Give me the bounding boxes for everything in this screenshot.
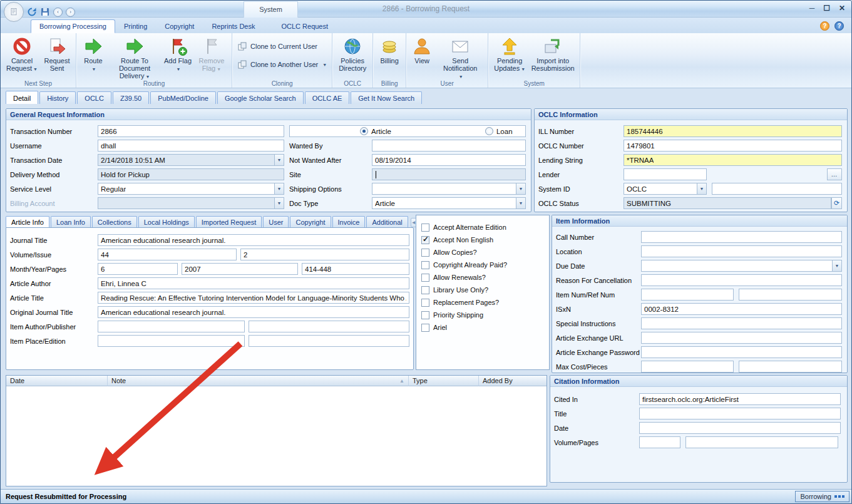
cancel-request-button[interactable]: Cancel Request▼ bbox=[3, 35, 41, 75]
checkbox-accept-non-english[interactable] bbox=[421, 236, 429, 244]
request-sent-button[interactable]: Request Sent bbox=[41, 35, 73, 73]
ribbon-tab-printing[interactable]: Printing bbox=[115, 19, 156, 33]
issue-field[interactable]: 2 bbox=[240, 249, 409, 260]
tab-loan-info[interactable]: Loan Info bbox=[51, 216, 91, 227]
pieces-field[interactable] bbox=[739, 361, 842, 373]
chevron-down-icon[interactable]: ▼ bbox=[516, 183, 525, 194]
minimize-button[interactable]: ─ bbox=[809, 4, 815, 13]
citation-title-field[interactable] bbox=[639, 408, 841, 419]
call-number-field[interactable] bbox=[641, 231, 842, 243]
help-icon[interactable]: ? bbox=[820, 21, 829, 31]
checkbox-library-use-only[interactable] bbox=[421, 286, 429, 294]
tab-oclc[interactable]: OCLC bbox=[77, 91, 111, 104]
view-user-button[interactable]: View bbox=[409, 35, 435, 66]
tab-google-scholar-search[interactable]: Google Scholar Search bbox=[217, 91, 304, 104]
pages-field[interactable]: 414-448 bbox=[302, 263, 409, 275]
original-journal-title-field[interactable]: American educational research journal. bbox=[98, 306, 409, 318]
isxn-field[interactable]: 0002-8312 bbox=[641, 303, 842, 315]
clone-to-current-user-button[interactable]: Clone to Current User bbox=[235, 40, 329, 53]
username-field[interactable]: dhall bbox=[98, 140, 284, 152]
checkbox-priority-shipping[interactable] bbox=[421, 311, 429, 319]
route-to-document-delivery-button[interactable]: Route To Document Delivery▼ bbox=[108, 35, 162, 82]
tab-article-info[interactable]: Article Info bbox=[6, 216, 49, 227]
reason-for-cancellation-field[interactable] bbox=[641, 274, 842, 286]
checkbox-allow-copies[interactable] bbox=[421, 249, 429, 257]
maximize-button[interactable]: ☐ bbox=[823, 4, 830, 13]
billing-button[interactable]: Billing bbox=[376, 35, 403, 66]
journal-title-field[interactable]: American educational research journal. bbox=[98, 234, 409, 246]
tab-get-it-now-search[interactable]: Get It Now Search bbox=[351, 91, 422, 104]
checkbox-ariel[interactable] bbox=[421, 324, 429, 332]
lender-field[interactable] bbox=[624, 168, 707, 180]
not-wanted-after-field[interactable]: 08/19/2014 bbox=[372, 154, 526, 166]
tab-additional[interactable]: Additional bbox=[366, 216, 408, 227]
tab-local-holdings[interactable]: Local Holdings bbox=[138, 216, 195, 227]
route-button[interactable]: Route▼ bbox=[79, 35, 108, 75]
close-button[interactable]: ✕ bbox=[839, 4, 845, 13]
checkbox-copyright-already-paid[interactable] bbox=[421, 261, 429, 269]
chevron-down-icon[interactable]: ▼ bbox=[697, 183, 706, 194]
chevron-down-icon[interactable]: ▼ bbox=[274, 155, 284, 165]
citation-volume-field[interactable] bbox=[639, 436, 680, 448]
citation-pages-field[interactable] bbox=[685, 436, 838, 448]
special-instructions-field[interactable] bbox=[641, 317, 842, 329]
about-icon[interactable]: ? bbox=[834, 21, 844, 31]
checkbox-accept-alternate-edition[interactable] bbox=[421, 224, 429, 232]
citation-date-field[interactable] bbox=[639, 422, 841, 434]
chevron-down-icon[interactable]: ▼ bbox=[516, 198, 525, 208]
ribbon-tab-oclc-request[interactable]: OCLC Request bbox=[272, 19, 337, 33]
notes-table-body[interactable] bbox=[6, 386, 547, 486]
pending-updates-button[interactable]: Pending Updates▼ bbox=[491, 35, 528, 75]
oclc-status-field[interactable]: SUBMITTING bbox=[624, 197, 831, 209]
transaction-date-combo[interactable]: 2/14/2018 10:51 AM▼ bbox=[98, 154, 284, 166]
policies-directory-button[interactable]: Policies Directory bbox=[335, 35, 370, 73]
item-author-field[interactable] bbox=[98, 321, 245, 332]
application-menu-button[interactable] bbox=[4, 2, 24, 22]
tab-invoice[interactable]: Invoice bbox=[332, 216, 366, 227]
clone-to-another-user-button[interactable]: Clone to Another User ▼ bbox=[235, 58, 329, 71]
radio-icon[interactable] bbox=[360, 127, 368, 135]
transaction-number-field[interactable]: 2866 bbox=[98, 125, 284, 137]
remove-flag-button[interactable]: Remove Flag▼ bbox=[194, 35, 229, 75]
site-field[interactable] bbox=[372, 168, 526, 180]
tab-pubmed-docline[interactable]: PubMed/Docline bbox=[150, 91, 216, 104]
article-title-field[interactable]: Reading Rescue: An Effective Tutoring In… bbox=[98, 292, 409, 304]
system-id-combo[interactable]: OCLC▼ bbox=[624, 183, 707, 195]
checkbox-allow-renewals[interactable] bbox=[421, 274, 429, 282]
item-place-field[interactable] bbox=[98, 335, 245, 347]
volume-field[interactable]: 44 bbox=[98, 249, 237, 260]
tab-z3950[interactable]: Z39.50 bbox=[113, 91, 149, 104]
ribbon-tab-borrowing-processing[interactable]: Borrowing Processing bbox=[31, 19, 115, 33]
ribbon-tab-reprints-desk[interactable]: Reprints Desk bbox=[203, 19, 264, 33]
system-id-extra-field[interactable] bbox=[712, 183, 842, 195]
tab-imported-request[interactable]: Imported Request bbox=[196, 216, 262, 227]
import-into-resubmission-button[interactable]: Import into Resubmission bbox=[528, 35, 577, 73]
shipping-options-combo[interactable]: ▼ bbox=[372, 183, 526, 195]
column-header-added-by[interactable]: Added By bbox=[479, 376, 547, 386]
chevron-down-icon[interactable]: ▼ bbox=[832, 260, 841, 271]
ill-number-field[interactable]: 185744446 bbox=[624, 125, 842, 137]
wanted-by-field[interactable] bbox=[372, 140, 526, 152]
send-notification-button[interactable]: Send Notification▼ bbox=[435, 35, 485, 82]
request-type-loan-radio[interactable]: Loan bbox=[485, 127, 513, 135]
article-exchange-password-field[interactable] bbox=[641, 346, 842, 358]
ribbon-tab-copyright[interactable]: Copyright bbox=[156, 19, 203, 33]
article-exchange-url-field[interactable] bbox=[641, 332, 842, 344]
location-field[interactable] bbox=[641, 245, 842, 257]
tab-detail[interactable]: Detail bbox=[6, 91, 38, 104]
oclc-status-refresh-button[interactable]: ⟳ bbox=[831, 197, 842, 209]
doc-type-combo[interactable]: Article▼ bbox=[372, 197, 526, 209]
ref-num-field[interactable] bbox=[739, 289, 842, 301]
checkbox-replacement-pages[interactable] bbox=[421, 299, 429, 307]
cited-in-field[interactable]: firstsearch.oclc.org:ArticleFirst bbox=[639, 393, 841, 405]
item-publisher-field[interactable] bbox=[249, 321, 409, 332]
tab-collections[interactable]: Collections bbox=[92, 216, 137, 227]
tab-copyright[interactable]: Copyright bbox=[290, 216, 331, 227]
tab-user[interactable]: User bbox=[263, 216, 289, 227]
column-header-date[interactable]: Date bbox=[6, 376, 108, 386]
lending-string-field[interactable]: *TRNAA bbox=[624, 154, 842, 166]
item-num-field[interactable] bbox=[641, 289, 734, 301]
month-field[interactable]: 6 bbox=[98, 263, 178, 275]
column-header-type[interactable]: Type bbox=[409, 376, 479, 386]
max-cost-field[interactable] bbox=[641, 361, 734, 373]
